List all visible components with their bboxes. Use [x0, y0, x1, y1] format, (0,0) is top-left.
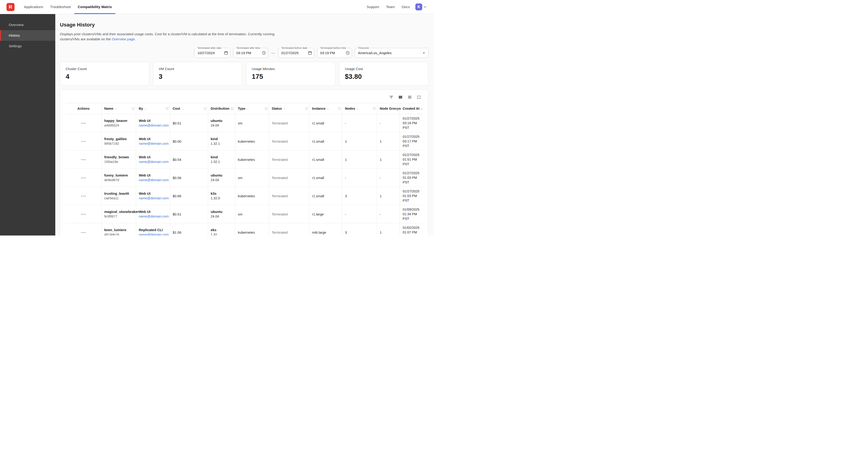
calendar-icon[interactable] — [224, 51, 228, 55]
email-link[interactable]: name@domain.com — [139, 232, 169, 235]
cell-status: Terminated — [269, 169, 309, 187]
columns-button[interactable] — [397, 94, 404, 100]
sidebar-item-settings[interactable]: Settings — [0, 41, 55, 51]
usage-table-card: Actions Name↑↓ By↑↓ — [60, 89, 429, 235]
row-actions-button[interactable] — [80, 139, 87, 144]
cell-by: Web UI name@domain.com — [136, 132, 170, 150]
cell-cost: $0.56 — [170, 169, 208, 187]
clock-icon[interactable] — [345, 51, 350, 55]
email-link[interactable]: name@domain.com — [139, 159, 169, 164]
cell-instance: m6i.large — [309, 223, 342, 236]
cell-instance: r1.small — [309, 132, 342, 150]
column-header-created-at[interactable]: Created At↓ — [400, 103, 423, 114]
fullscreen-icon — [416, 95, 421, 99]
table-row: magical_stonebraker fe3f8977 Web UI name… — [66, 205, 423, 223]
cell-type: kubernetes — [235, 132, 269, 150]
column-header-cost[interactable]: Cost↑↓ — [170, 103, 208, 114]
column-resize-handle[interactable] — [338, 108, 341, 110]
caret-down-icon — [421, 51, 426, 56]
density-icon — [407, 95, 412, 99]
calendar-icon[interactable] — [308, 51, 312, 55]
clock-icon[interactable] — [262, 51, 266, 55]
cell-name: frosty_galileo 995b7182 — [101, 132, 136, 150]
cell-status: Terminated — [269, 205, 309, 223]
cell-name: keen_lumiere 4819de16 — [101, 223, 136, 236]
nav-item-team[interactable]: Team — [384, 0, 397, 14]
row-actions-button[interactable] — [80, 212, 87, 216]
cell-cost: $0.51 — [170, 114, 208, 132]
filters-bar: Terminated after date 10/27/2024 Termina… — [60, 48, 429, 58]
cell-name: magical_stonebraker fe3f8977 — [101, 205, 136, 223]
cell-status: Terminated — [269, 187, 309, 205]
stat-vm-count: VM Count 3 — [153, 62, 242, 86]
timezone-select[interactable]: Timezone America/Los_Angeles — [355, 48, 429, 58]
status-badge: Terminated — [272, 121, 288, 125]
column-resize-handle[interactable] — [305, 108, 308, 110]
column-header-actions[interactable]: Actions — [66, 103, 101, 114]
sidebar-item-overview[interactable]: Overview — [0, 20, 55, 30]
column-header-by[interactable]: By↑↓ — [136, 103, 170, 114]
columns-icon — [398, 95, 403, 99]
terminated-before-date-field[interactable]: Terminated before date 01/27/2025 — [278, 48, 314, 58]
density-button[interactable] — [406, 94, 413, 100]
cell-cost: $1.06 — [170, 223, 208, 236]
sort-icon: ↑↓ — [283, 107, 285, 110]
email-link[interactable]: name@domain.com — [139, 178, 169, 182]
overview-page-link[interactable]: Overview page — [112, 37, 135, 41]
table-row: funny_lumiere de9ed87d Web UI name@domai… — [66, 169, 423, 187]
column-header-status[interactable]: Status↑↓ — [269, 103, 309, 114]
cell-name: happy_beaver a48d9324 — [101, 114, 136, 132]
stat-usage-cost: Usage Cost $3.80 — [339, 62, 429, 86]
sort-icon: ↑↓ — [182, 107, 183, 110]
cell-actions — [66, 169, 101, 187]
column-resize-handle[interactable] — [373, 108, 376, 110]
cell-name: trusting_leavitt cae5ea11 — [101, 187, 136, 205]
column-header-node-groups[interactable]: Node Groups↑↓ — [377, 103, 400, 114]
top-navbar: R Applications Troubleshoot Compatibilit… — [0, 0, 434, 14]
column-resize-handle[interactable] — [166, 108, 168, 110]
row-actions-button[interactable] — [80, 157, 87, 162]
cell-type: vm — [235, 169, 269, 187]
column-resize-handle[interactable] — [396, 108, 399, 110]
row-actions-button[interactable] — [80, 176, 87, 180]
page-description: Displays prior clusters/VMs and their as… — [60, 32, 276, 42]
cell-status: Terminated — [269, 223, 309, 236]
account-menu-button[interactable]: K — [415, 0, 427, 14]
column-header-nodes[interactable]: Nodes↑↓ — [342, 103, 377, 114]
cell-cost: $0.54 — [170, 150, 208, 169]
column-header-instance[interactable]: Instance↑↓ — [309, 103, 342, 114]
terminated-before-time-field[interactable]: Terminated before time 03:19 PM — [317, 48, 352, 58]
fullscreen-button[interactable] — [415, 94, 422, 100]
row-actions-button[interactable] — [80, 230, 87, 235]
row-actions-button[interactable] — [80, 121, 87, 125]
column-header-name[interactable]: Name↑↓ — [101, 103, 136, 114]
cell-type: kubernetes — [235, 223, 269, 236]
filter-button[interactable] — [388, 94, 395, 100]
terminated-after-time-field[interactable]: Terminated after time 03:19 PM — [233, 48, 268, 58]
status-badge: Terminated — [272, 212, 288, 216]
email-link[interactable]: name@domain.com — [139, 141, 169, 146]
terminated-after-date-field[interactable]: Terminated after date 10/27/2024 — [194, 48, 230, 58]
column-resize-handle[interactable] — [204, 108, 207, 110]
nav-item-docs[interactable]: Docs — [400, 0, 412, 14]
row-actions-button[interactable] — [80, 194, 87, 198]
column-resize-handle[interactable] — [132, 108, 135, 110]
cell-node-groups: - — [377, 205, 400, 223]
nav-item-troubleshoot[interactable]: Troubleshoot — [47, 0, 74, 14]
nav-item-compatibility-matrix[interactable]: Compatibility Matrix — [74, 0, 115, 14]
email-link[interactable]: name@domain.com — [139, 123, 169, 128]
cell-type: vm — [235, 205, 269, 223]
column-resize-handle[interactable] — [231, 108, 234, 110]
column-header-distribution[interactable]: Distribution↑↓ — [208, 103, 235, 114]
sidebar-item-history[interactable]: History — [0, 30, 55, 41]
cell-type: kubernetes — [235, 187, 269, 205]
filter-icon — [389, 95, 394, 99]
email-link[interactable]: name@domain.com — [139, 214, 169, 219]
nav-item-applications[interactable]: Applications — [21, 0, 47, 14]
column-header-type[interactable]: Type↑↓ — [235, 103, 269, 114]
logo-letter: R — [9, 4, 12, 10]
nav-item-support[interactable]: Support — [365, 0, 381, 14]
email-link[interactable]: name@domain.com — [139, 196, 169, 201]
replicated-logo[interactable]: R — [6, 3, 14, 11]
column-resize-handle[interactable] — [265, 108, 268, 110]
